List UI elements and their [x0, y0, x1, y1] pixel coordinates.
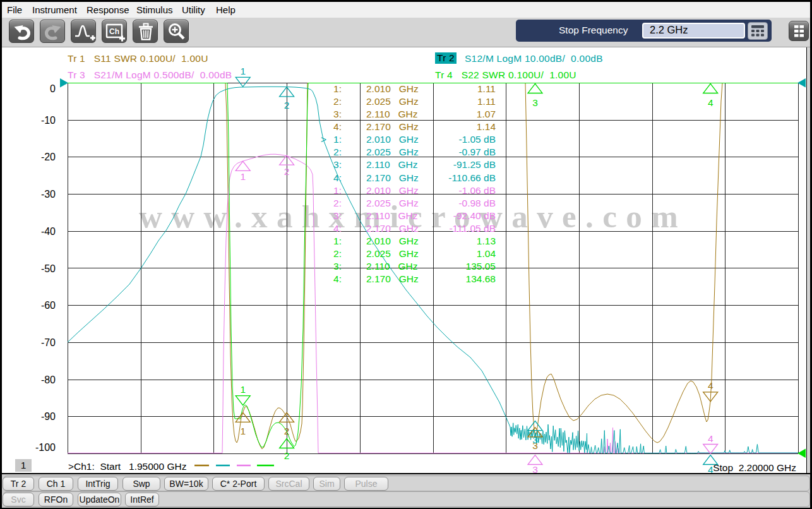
svg-text:1: 1 [240, 426, 246, 436]
svg-text:2: 2 [284, 100, 290, 111]
svg-text:3: 3 [532, 464, 538, 474]
svg-text:1: 1 [240, 171, 246, 182]
svg-text:2: 2 [284, 426, 290, 436]
svg-text:2: 2 [284, 450, 290, 461]
svg-text:1: 1 [240, 66, 246, 76]
svg-text:4: 4 [708, 97, 713, 108]
svg-text:4: 4 [708, 380, 713, 391]
svg-text:1: 1 [240, 384, 246, 395]
svg-text:2: 2 [284, 166, 290, 177]
svg-text:Ch: Ch [109, 27, 119, 36]
svg-text:4: 4 [708, 433, 713, 444]
svg-text:3: 3 [532, 97, 538, 108]
svg-text:3: 3 [532, 434, 538, 445]
